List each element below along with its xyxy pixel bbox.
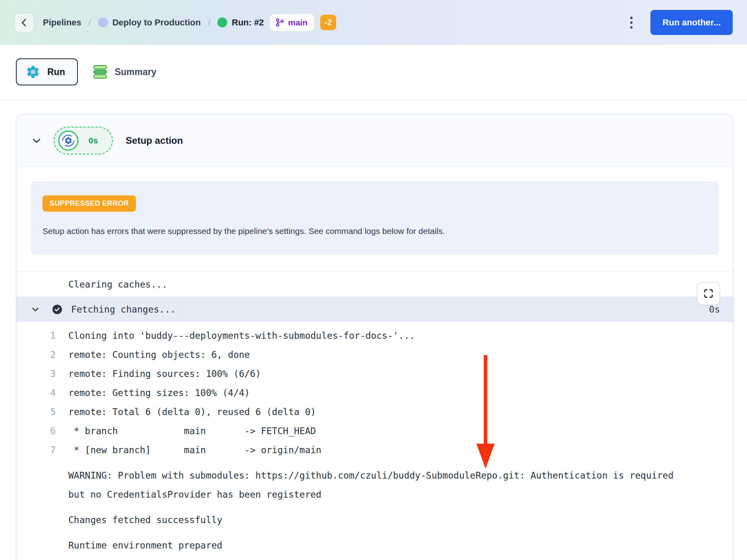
log-line-text: remote: Getting sizes: 100% (4/4)	[68, 388, 250, 398]
more-options-kebab-icon[interactable]	[623, 13, 640, 33]
setup-gear-sync-icon	[58, 130, 79, 151]
log-line: 5 remote: Total 6 (delta 0), reused 6 (d…	[16, 402, 733, 421]
pipeline-status-dot	[98, 17, 108, 27]
log-line-number: 6	[16, 426, 56, 436]
log-warning-block: WARNING: Problem with submodules: https:…	[16, 466, 733, 504]
log-group-duration: 0s	[709, 304, 720, 315]
top-header-bar: Pipelines / Deploy to Production / Run: …	[0, 0, 747, 45]
log-line: 7 * [new branch] main -> origin/main	[16, 440, 733, 460]
log-line: 6 * branch main -> FETCH_HEAD	[16, 421, 733, 440]
chevron-down-icon	[31, 305, 40, 314]
log-line-text: * branch main -> FETCH_HEAD	[68, 426, 316, 436]
fullscreen-corners-icon	[703, 288, 714, 299]
log-line: 3 remote: Finding sources: 100% (6/6)	[16, 364, 733, 383]
suppressed-error-section: SUPPRESSED ERROR Setup action has errors…	[16, 167, 733, 255]
log-group-clearing-caches[interactable]: Clearing caches...	[16, 271, 733, 297]
breadcrumb: Pipelines / Deploy to Production / Run: …	[43, 17, 264, 28]
breadcrumb-separator: /	[206, 17, 212, 28]
log-line-text: remote: Counting objects: 6, done	[68, 350, 250, 360]
log-line-text: Cloning into 'buddy---deployments-with-s…	[68, 330, 415, 341]
log-group-fetching-changes[interactable]: Fetching changes... 0s	[16, 297, 733, 322]
log-line-number: 5	[16, 407, 56, 417]
log-line-text: * [new branch] main -> origin/main	[68, 445, 321, 455]
log-line-text: remote: Finding sources: 100% (6/6)	[68, 369, 261, 379]
log-group-label: Fetching changes...	[71, 304, 176, 315]
log-line: 4 remote: Getting sizes: 100% (4/4)	[16, 383, 733, 402]
action-header-row[interactable]: 0s Setup action	[16, 115, 733, 167]
log-line-number: 4	[16, 388, 56, 398]
log-status-line: Runtime environment prepared	[16, 536, 733, 555]
check-circle-icon	[52, 304, 62, 315]
view-tabbar: Run Summary	[0, 45, 747, 100]
log-line-number: 2	[16, 350, 56, 360]
suppressed-error-message: Setup action has errors that were suppre…	[43, 226, 707, 236]
tab-run[interactable]: Run	[16, 58, 78, 85]
collapse-chevron-icon[interactable]	[31, 135, 42, 146]
layers-stack-icon	[93, 65, 107, 79]
log-warning-line: WARNING: Problem with submodules: https:…	[16, 466, 733, 485]
fullscreen-button[interactable]	[697, 282, 720, 305]
log-line-text: remote: Total 6 (delta 0), reused 6 (del…	[68, 407, 316, 417]
gear-icon	[25, 64, 41, 79]
action-title: Setup action	[126, 135, 183, 146]
log-line-number: 3	[16, 369, 56, 379]
revision-counter-badge[interactable]: -2	[320, 15, 336, 30]
action-duration-pill[interactable]: 0s	[54, 127, 113, 154]
breadcrumb-pipelines[interactable]: Pipelines	[43, 17, 81, 28]
log-line-number: 7	[16, 445, 56, 455]
command-log: Clearing caches... Fetching changes... 0…	[16, 271, 733, 555]
breadcrumb-separator: /	[87, 17, 93, 28]
setup-action-card: 0s Setup action SUPPRESSED ERROR Setup a…	[16, 114, 733, 560]
log-status-line: Changes fetched successfully	[16, 510, 733, 529]
branch-badge[interactable]: main	[270, 14, 314, 31]
suppressed-error-box: SUPPRESSED ERROR Setup action has errors…	[31, 181, 719, 255]
tab-run-label: Run	[47, 67, 65, 77]
chevron-left-icon	[20, 18, 29, 27]
action-duration-label: 0s	[89, 136, 98, 145]
log-line-number: 1	[16, 330, 56, 341]
breadcrumb-run: Run: #2	[217, 17, 264, 28]
back-button[interactable]	[14, 13, 34, 33]
git-branch-icon	[275, 18, 284, 27]
suppressed-error-badge: SUPPRESSED ERROR	[43, 195, 136, 212]
log-status-block: Changes fetched successfully Runtime env…	[16, 510, 733, 555]
tab-summary-label: Summary	[115, 67, 157, 77]
log-group-label: Clearing caches...	[68, 279, 167, 290]
log-line: 1 Cloning into 'buddy---deployments-with…	[16, 326, 733, 345]
run-status-dot	[217, 17, 227, 27]
tab-summary[interactable]: Summary	[93, 65, 157, 79]
breadcrumb-pipeline[interactable]: Deploy to Production	[98, 17, 201, 28]
log-line: 2 remote: Counting objects: 6, done	[16, 345, 733, 364]
log-warning-line: but no CredentialsProvider has been regi…	[16, 485, 733, 504]
log-lines: 1 Cloning into 'buddy---deployments-with…	[16, 322, 733, 460]
run-another-button[interactable]: Run another...	[650, 10, 733, 35]
